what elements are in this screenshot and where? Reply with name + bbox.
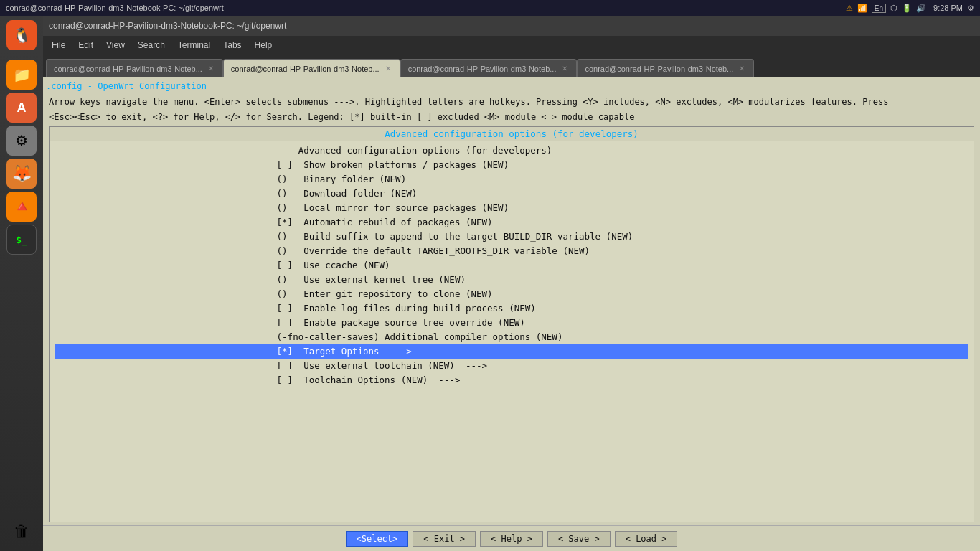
tab-1-label: conrad@conrad-HP-Pavilion-dm3-Noteb...	[54, 65, 202, 73]
config-header: .config - OpenWrt Configuration	[43, 77, 980, 93]
config-box-header: Advanced configuration options (for deve…	[50, 127, 974, 141]
menu-terminal[interactable]: Terminal	[172, 39, 216, 52]
tab-2-close[interactable]: ✕	[384, 64, 392, 73]
menu-line-3[interactable]: () Download folder (NEW)	[55, 187, 968, 201]
window-title: conrad@conrad-HP-Pavilion-dm3-Notebook-P…	[6, 4, 224, 12]
menu-bar: File Edit View Search Terminal Tabs Help	[43, 36, 980, 55]
menu-line-15[interactable]: [ ] Use external toolchain (NEW) --->	[55, 359, 968, 373]
tab-1[interactable]: conrad@conrad-HP-Pavilion-dm3-Noteb... ✕	[46, 59, 223, 77]
menu-line-7[interactable]: () Override the default TARGET_ROOTFS_DI…	[55, 244, 968, 258]
tab-3-close[interactable]: ✕	[560, 64, 569, 73]
menu-line-8[interactable]: [ ] Use ccache (NEW)	[55, 258, 968, 273]
files-icon[interactable]: 📁	[6, 60, 37, 90]
launcher-separator-2	[9, 512, 34, 512]
ubuntu-icon[interactable]: 🐧	[6, 20, 37, 50]
terminal-icon[interactable]: $_	[6, 225, 37, 255]
title-bar: conrad@conrad-HP-Pavilion-dm3-Notebook-P…	[43, 16, 980, 36]
power-icon: ⚙	[967, 4, 974, 13]
terminal-main[interactable]: Arrow keys navigate the menu. <Enter> se…	[43, 93, 980, 525]
menu-line-16[interactable]: [ ] Toolchain Options (NEW) --->	[55, 373, 968, 387]
tabs-bar: conrad@conrad-HP-Pavilion-dm3-Noteb... ✕…	[43, 55, 980, 77]
bottom-btn-1[interactable]: < Exit >	[413, 531, 476, 547]
terminal-window: conrad@conrad-HP-Pavilion-dm3-Notebook-P…	[43, 16, 980, 551]
menu-line-13[interactable]: (-fno-caller-saves) Additional compiler …	[55, 330, 968, 344]
alert-icon: ⚠	[846, 4, 853, 13]
tab-4[interactable]: conrad@conrad-HP-Pavilion-dm3-Noteb... ✕	[577, 59, 754, 77]
menu-line-5[interactable]: [*] Automatic rebuild of packages (NEW)	[55, 215, 968, 230]
wifi-icon: 📶	[857, 4, 867, 13]
menu-line-2[interactable]: () Binary folder (NEW)	[55, 172, 968, 187]
config-box-title: Advanced configuration options (for deve…	[385, 128, 639, 139]
bluetooth-icon: ⬡	[890, 4, 897, 13]
info-text-1: Arrow keys navigate the menu. <Enter> se…	[49, 96, 974, 108]
menu-view[interactable]: View	[100, 39, 131, 52]
tab-4-label: conrad@conrad-HP-Pavilion-dm3-Noteb...	[585, 65, 733, 73]
clock: 9:28 PM	[933, 4, 963, 12]
menu-edit[interactable]: Edit	[72, 39, 99, 52]
menu-line-1[interactable]: [ ] Show broken platforms / packages (NE…	[55, 158, 968, 172]
bottom-btn-0[interactable]: <Select>	[346, 531, 409, 547]
lang-indicator: En	[872, 4, 886, 13]
tab-2-label: conrad@conrad-HP-Pavilion-dm3-Noteb...	[231, 65, 380, 73]
settings-icon[interactable]: ⚙	[6, 126, 37, 156]
menu-help[interactable]: Help	[249, 39, 278, 52]
bottom-btn-3[interactable]: < Save >	[547, 531, 611, 547]
menu-line-6[interactable]: () Build suffix to append to the target …	[55, 230, 968, 244]
tab-3[interactable]: conrad@conrad-HP-Pavilion-dm3-Noteb... ✕	[400, 59, 578, 77]
menu-line-10[interactable]: () Enter git repository to clone (NEW)	[55, 287, 968, 301]
vlc-icon[interactable]: 🔺	[6, 192, 37, 222]
config-menu: --- Advanced configuration options (for …	[50, 141, 974, 522]
terminal-content: .config - OpenWrt Configuration Arrow ke…	[43, 77, 980, 551]
info-text-2: <Esc><Esc> to exit, <?> for Help, </> fo…	[49, 111, 974, 123]
trash-icon[interactable]: 🗑	[6, 517, 37, 547]
tab-1-close[interactable]: ✕	[207, 64, 215, 73]
volume-icon: 🔊	[916, 4, 926, 13]
fonts-icon[interactable]: A	[6, 93, 37, 123]
menu-tabs[interactable]: Tabs	[217, 39, 247, 52]
taskbar: conrad@conrad-HP-Pavilion-dm3-Notebook-P…	[0, 0, 980, 16]
battery-icon: 🔋	[902, 4, 912, 13]
launcher: 🐧 📁 A ⚙ 🦊 🔺 $_ 🗑	[0, 16, 43, 551]
tab-3-label: conrad@conrad-HP-Pavilion-dm3-Noteb...	[408, 65, 557, 73]
menu-search[interactable]: Search	[132, 39, 171, 52]
title-bar-text: conrad@conrad-HP-Pavilion-dm3-Notebook-P…	[49, 21, 286, 31]
menu-file[interactable]: File	[46, 39, 71, 52]
firefox-icon[interactable]: 🦊	[6, 159, 37, 189]
config-box: Advanced configuration options (for deve…	[49, 126, 974, 522]
menu-line-0[interactable]: --- Advanced configuration options (for …	[55, 143, 968, 158]
config-title: .config - OpenWrt Configuration	[46, 81, 207, 91]
bottom-bar: <Select>< Exit >< Help >< Save >< Load >	[43, 525, 980, 551]
taskbar-right: ⚠ 📶 En ⬡ 🔋 🔊 9:28 PM ⚙	[846, 4, 974, 13]
tab-2[interactable]: conrad@conrad-HP-Pavilion-dm3-Noteb... ✕	[223, 59, 400, 77]
launcher-separator-1	[9, 55, 34, 55]
menu-line-11[interactable]: [ ] Enable log files during build proces…	[55, 301, 968, 316]
menu-line-9[interactable]: () Use external kernel tree (NEW)	[55, 273, 968, 287]
menu-line-4[interactable]: () Local mirror for source packages (NEW…	[55, 201, 968, 215]
bottom-btn-2[interactable]: < Help >	[480, 531, 543, 547]
bottom-btn-4[interactable]: < Load >	[615, 531, 678, 547]
tab-4-close[interactable]: ✕	[738, 64, 746, 73]
menu-line-14[interactable]: [*] Target Options --->	[55, 344, 968, 359]
menu-line-12[interactable]: [ ] Enable package source tree override …	[55, 316, 968, 330]
